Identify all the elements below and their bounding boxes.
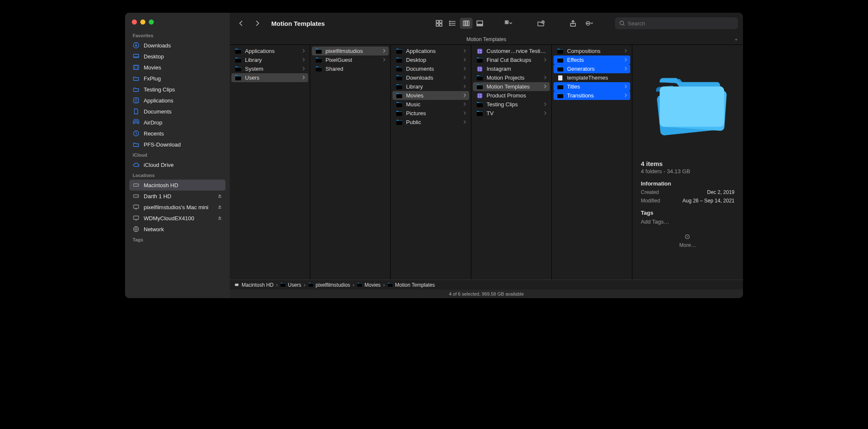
path-segment[interactable]: Motion Templates	[387, 282, 435, 288]
svg-point-53	[587, 23, 587, 23]
column-item[interactable]: Movies	[392, 91, 469, 100]
column-item[interactable]: Testing Clips	[473, 100, 550, 109]
new-folder-button[interactable]	[534, 18, 547, 29]
search-input[interactable]	[628, 20, 734, 27]
desktop-icon	[133, 53, 139, 60]
tab-title[interactable]: Motion Templates	[467, 36, 506, 42]
more-icon[interactable]: ⊙	[641, 232, 734, 241]
sidebar-item[interactable]: pixelfilmstudios's Mac mini	[129, 202, 225, 213]
browser-column: ApplicationsDesktopDocumentsDownloadsLib…	[391, 45, 471, 280]
sidebar-item[interactable]: Movies	[129, 62, 225, 73]
sidebar-item[interactable]: Network	[129, 224, 225, 235]
column-item-label: Downloads	[406, 75, 433, 81]
column-item[interactable]: Users	[231, 73, 308, 82]
column-view-button[interactable]	[460, 18, 473, 29]
forward-button[interactable]	[251, 18, 264, 29]
sidebar-item[interactable]: Applications	[129, 95, 225, 106]
svg-rect-39	[465, 21, 467, 25]
column-item[interactable]: Motion Projects	[473, 73, 550, 82]
sidebar-item[interactable]: iCloud Drive	[129, 159, 225, 170]
sidebar-item[interactable]: Darth 1 HD	[129, 191, 225, 202]
column-item[interactable]: Library	[231, 55, 308, 64]
column-item[interactable]: Instagram	[473, 64, 550, 73]
sidebar-item-label: Darth 1 HD	[144, 193, 171, 199]
column-item[interactable]: Titles	[554, 82, 630, 91]
svg-rect-29	[440, 20, 442, 23]
app-icon	[476, 48, 483, 54]
column-item[interactable]: Final Cut Backups	[473, 55, 550, 64]
column-item[interactable]: Effects	[554, 55, 630, 64]
column-item-label: Customer…rvice Testing	[487, 48, 546, 54]
sidebar-item[interactable]: WDMyCloudEX4100	[129, 213, 225, 224]
column-item[interactable]: Desktop	[392, 55, 469, 64]
eject-icon[interactable]	[217, 204, 222, 210]
sidebar-item-label: Macintosh HD	[144, 182, 178, 188]
add-tags-field[interactable]: Add Tags…	[641, 219, 734, 225]
column-item[interactable]: Compositions	[554, 47, 630, 55]
column-item[interactable]: Documents	[392, 64, 469, 73]
column-item[interactable]: System	[231, 64, 308, 73]
path-segment[interactable]: Movies	[357, 282, 381, 288]
column-item-label: Generators	[567, 66, 595, 72]
column-item[interactable]: Music	[392, 100, 469, 109]
column-item[interactable]: Motion Templates	[473, 82, 550, 91]
icon-view-button[interactable]	[433, 18, 445, 29]
column-item[interactable]: pixelfilmstudios	[312, 47, 389, 55]
column-item[interactable]: Customer…rvice Testing	[473, 47, 550, 55]
column-item[interactable]: Applications	[231, 47, 308, 55]
sidebar-item[interactable]: Macintosh HD	[129, 180, 225, 191]
chevron-right-icon	[624, 48, 627, 54]
path-segment[interactable]: Users	[280, 282, 301, 288]
column-item[interactable]: Public	[392, 118, 469, 127]
svg-rect-31	[440, 24, 442, 26]
sidebar-item[interactable]: PFS-Download	[129, 139, 225, 150]
tags-label: Tags	[641, 210, 734, 216]
list-view-button[interactable]	[446, 18, 459, 29]
view-switcher	[432, 17, 487, 30]
sidebar-item-label: FxPlug	[144, 75, 161, 82]
column-item[interactable]: Product Promos	[473, 91, 550, 100]
path-segment[interactable]: Macintosh HD	[234, 282, 273, 288]
column-item[interactable]: Downloads	[392, 73, 469, 82]
toolbar: Motion Templates	[230, 13, 743, 34]
folder-icon	[315, 57, 322, 63]
folder-icon	[235, 75, 242, 81]
sidebar-item[interactable]: FxPlug	[129, 73, 225, 84]
sidebar-item[interactable]: Documents	[129, 106, 225, 117]
sidebar-item[interactable]: Recents	[129, 128, 225, 139]
doc-icon	[133, 108, 139, 115]
column-item[interactable]: Shared	[312, 64, 389, 73]
folder-icon	[396, 111, 403, 116]
column-item[interactable]: Pictures	[392, 109, 469, 118]
column-item[interactable]: Applications	[392, 47, 469, 55]
column-item[interactable]: TV	[473, 109, 550, 118]
sidebar-item[interactable]: Desktop	[129, 51, 225, 62]
sidebar-item[interactable]: AirDrop	[129, 117, 225, 128]
column-item[interactable]: Generators	[554, 64, 630, 73]
zoom-button[interactable]	[149, 19, 154, 25]
column-item[interactable]: PixelGuest	[312, 55, 389, 64]
share-button[interactable]	[567, 18, 579, 29]
eject-icon[interactable]	[217, 215, 222, 221]
sidebar-item[interactable]: Testing Clips	[129, 84, 225, 95]
column-item[interactable]: templateThemes	[554, 73, 630, 82]
column-item[interactable]: Library	[392, 82, 469, 91]
folder-icon	[557, 48, 564, 54]
new-tab-button[interactable]: ＋	[732, 35, 740, 44]
group-by-button[interactable]	[502, 18, 515, 29]
folder-icon	[476, 111, 483, 116]
action-menu-button[interactable]	[583, 18, 595, 29]
back-button[interactable]	[235, 18, 248, 29]
path-segment[interactable]: pixelfilmstudios	[308, 282, 350, 288]
more-label[interactable]: More…	[641, 242, 734, 248]
minimize-button[interactable]	[140, 19, 145, 25]
column-item-label: Titles	[567, 83, 580, 90]
gallery-view-button[interactable]	[473, 18, 486, 29]
eject-icon[interactable]	[217, 193, 222, 199]
column-item[interactable]: Transitions	[554, 91, 630, 100]
close-button[interactable]	[132, 19, 137, 25]
chevron-right-icon	[544, 110, 546, 116]
search-field[interactable]	[615, 17, 738, 29]
chevron-right-icon	[302, 57, 305, 63]
sidebar-item[interactable]: Downloads	[129, 40, 225, 51]
